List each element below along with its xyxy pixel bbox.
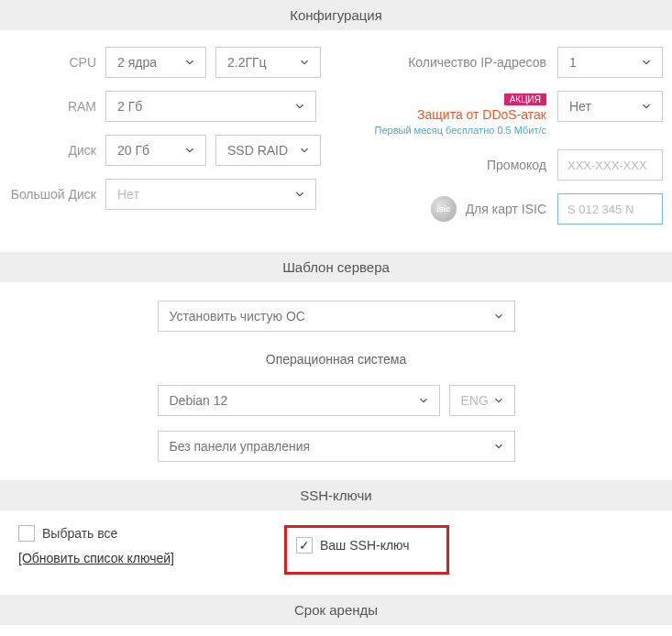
template-select[interactable]: Установить чистую ОС [158, 301, 515, 332]
disk-row: Диск 20 Гб SSD RAID [9, 135, 321, 166]
disk-size-value: 20 Гб [117, 143, 149, 158]
promo-row: Промокод [358, 149, 663, 181]
chevron-down-icon [293, 188, 306, 201]
disk-type-select[interactable]: SSD RAID [215, 135, 321, 166]
isic-icon: isic [431, 196, 457, 222]
chevron-down-icon [183, 56, 196, 69]
lang-value: ENG [461, 393, 489, 408]
bigdisk-select[interactable]: Нет [105, 179, 316, 210]
ip-label: Количество IP-адресов [358, 55, 546, 70]
ip-value: 1 [569, 55, 577, 70]
ram-select[interactable]: 2 Гб [105, 91, 316, 122]
cpu-freq-value: 2.2ГГц [227, 55, 267, 70]
ram-row: RAM 2 Гб [9, 91, 321, 122]
section-header-template: Шаблон сервера [0, 252, 672, 282]
disk-label: Диск [9, 143, 96, 159]
bigdisk-value: Нет [117, 187, 139, 202]
panel-value: Без панели управления [170, 439, 311, 454]
ddos-row: АКЦИЯ Защита от DDoS-атак Первый месяц б… [358, 91, 663, 137]
chevron-down-icon [298, 56, 311, 69]
section-header-rental: Срок аренды [0, 595, 672, 625]
chevron-down-icon [492, 310, 505, 323]
chevron-down-icon [640, 56, 653, 69]
chevron-down-icon [293, 100, 306, 113]
chevron-down-icon [183, 144, 196, 157]
cpu-freq-select[interactable]: 2.2ГГц [215, 47, 321, 78]
cpu-cores-select[interactable]: 2 ядра [105, 47, 206, 78]
refresh-keys-link[interactable]: [Обновить список ключей] [18, 551, 174, 565]
isic-input[interactable] [557, 193, 663, 225]
ram-value: 2 Гб [117, 99, 142, 114]
isic-label: Для карт ISIC [466, 202, 546, 216]
promo-badge: АКЦИЯ [504, 93, 546, 105]
ram-label: RAM [9, 99, 96, 115]
ip-row: Количество IP-адресов 1 [358, 47, 663, 78]
promo-label: Промокод [358, 158, 546, 172]
chevron-down-icon [417, 394, 430, 407]
template-body: Установить чистую ОС Операционная систем… [0, 282, 672, 480]
section-header-config: Конфигурация [0, 0, 672, 30]
ssh-body: Выбрать все [Обновить список ключей] Ваш… [0, 510, 672, 595]
cpu-label: CPU [9, 55, 96, 71]
disk-size-select[interactable]: 20 Гб [105, 135, 206, 166]
cpu-row: CPU 2 ядра 2.2ГГц [9, 47, 321, 78]
bigdisk-label: Большой Диск [9, 187, 96, 203]
isic-row: isic Для карт ISIC [358, 193, 663, 225]
select-all-row[interactable]: Выбрать все [18, 525, 174, 542]
chevron-down-icon [298, 144, 311, 157]
chevron-down-icon [492, 394, 505, 407]
ddos-label: Защита от DDoS-атак [417, 107, 546, 122]
ddos-value: Нет [569, 99, 591, 114]
cpu-cores-value: 2 ядра [117, 55, 157, 70]
config-left-column: CPU 2 ядра 2.2ГГц RAM 2 Гб Диск 20 Гб [9, 47, 321, 225]
ddos-subtext: Первый месяц бесплатно 0.5 Мбит/c [375, 125, 546, 136]
select-all-checkbox[interactable] [18, 525, 35, 542]
panel-select[interactable]: Без панели управления [158, 431, 515, 462]
os-value: Debian 12 [170, 393, 228, 408]
select-all-label: Выбрать все [42, 526, 117, 541]
chevron-down-icon [640, 100, 653, 113]
os-select[interactable]: Debian 12 [158, 385, 440, 416]
bigdisk-row: Большой Диск Нет [9, 179, 321, 210]
ssh-left: Выбрать все [Обновить список ключей] [18, 525, 174, 565]
chevron-down-icon [492, 440, 505, 453]
ddos-select[interactable]: Нет [557, 91, 663, 122]
os-subheader: Операционная система [0, 346, 672, 370]
lang-select[interactable]: ENG [449, 385, 515, 416]
os-row: Debian 12 ENG [158, 385, 515, 416]
template-value: Установить чистую ОС [170, 309, 305, 323]
config-right-column: Количество IP-адресов 1 АКЦИЯ Защита от … [358, 47, 663, 225]
your-key-label: Ваш SSH-ключ [320, 537, 410, 554]
config-body: CPU 2 ядра 2.2ГГц RAM 2 Гб Диск 20 Гб [0, 30, 672, 252]
ip-select[interactable]: 1 [557, 47, 663, 78]
ssh-key-highlight: Ваш SSH-ключ [284, 525, 449, 575]
section-header-ssh: SSH-ключи [0, 480, 672, 510]
ddos-label-block: АКЦИЯ Защита от DDoS-атак Первый месяц б… [358, 91, 546, 137]
isic-label-block: isic Для карт ISIC [358, 196, 546, 222]
your-key-checkbox[interactable] [296, 537, 313, 554]
promo-input[interactable] [557, 149, 663, 181]
disk-type-value: SSD RAID [227, 143, 288, 158]
